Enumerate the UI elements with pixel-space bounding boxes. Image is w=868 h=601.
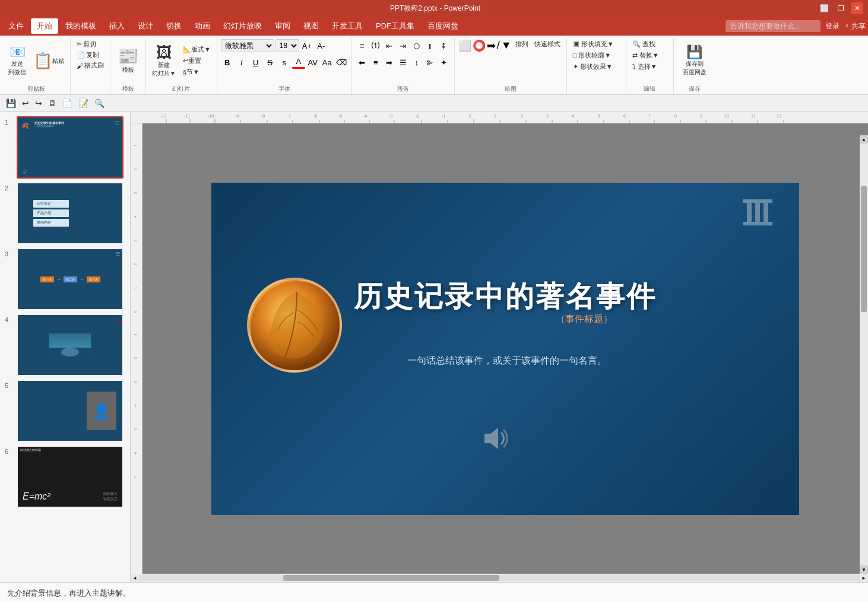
section-button[interactable]: § 节▼ xyxy=(180,67,213,77)
italic-button[interactable]: I xyxy=(235,56,248,69)
font-size-select[interactable]: 18 xyxy=(275,39,299,52)
shadow-button[interactable]: s xyxy=(278,56,291,69)
char-spacing-button[interactable]: AV xyxy=(306,56,319,69)
scroll-h-track[interactable] xyxy=(139,575,860,581)
font-family-select[interactable]: 微软雅黑 xyxy=(221,39,274,52)
scroll-left-button[interactable]: ◄ xyxy=(131,574,139,582)
bullet-list-button[interactable]: ≡ xyxy=(356,39,369,52)
search-input[interactable] xyxy=(726,20,821,32)
line-spacing-button[interactable]: ↕ xyxy=(410,56,423,69)
menu-insert[interactable]: 插入 xyxy=(103,18,131,34)
menu-file[interactable]: 文件 xyxy=(2,18,30,34)
menu-animations[interactable]: 动画 xyxy=(189,18,216,34)
scroll-down-button[interactable]: ▼ xyxy=(860,565,868,574)
shape-rect-button[interactable]: ⬜ xyxy=(458,39,471,52)
menu-design[interactable]: 设计 xyxy=(132,18,159,34)
format-painter-button[interactable]: 🖌格式刷 xyxy=(74,61,106,71)
scroll-v-thumb[interactable] xyxy=(861,186,867,312)
minimize-button[interactable]: ⬜ xyxy=(818,2,830,14)
print-button[interactable]: 📄 xyxy=(61,97,74,109)
scroll-h-thumb[interactable] xyxy=(283,575,499,581)
main-slide[interactable]: 历史记录中的著名事件 （事件标题） 一句话总结该事件，或关于该事件的一句名言。 xyxy=(211,183,799,515)
shape-arrow-button[interactable]: ➡ xyxy=(487,39,496,52)
slide-thumb-2[interactable]: 2 公司简介 产品介绍 举例内容 • xyxy=(5,182,125,244)
close-button[interactable]: ✕ xyxy=(851,2,863,14)
copy-button[interactable]: 📄复制 xyxy=(74,50,102,60)
menu-home[interactable]: 开始 xyxy=(31,18,58,34)
slide-thumb-5[interactable]: 5 👤 xyxy=(5,380,125,442)
reset-button[interactable]: ↩ 重置 xyxy=(180,56,213,66)
start-slideshow-button[interactable]: 🖥 xyxy=(47,97,58,109)
clear-format-button[interactable]: ⌫ xyxy=(335,56,348,69)
menu-view[interactable]: 视图 xyxy=(297,18,325,34)
slide-img-2[interactable]: 公司简介 产品介绍 举例内容 • xyxy=(17,182,123,244)
shape-line-button[interactable]: / xyxy=(497,39,500,52)
cut-button[interactable]: ✂剪切 xyxy=(74,39,99,49)
scroll-v-track[interactable] xyxy=(860,144,868,565)
shape-circle-button[interactable]: ⭕ xyxy=(473,39,486,52)
slide-thumb-6[interactable]: 6 此处插入的标题 E=mc² 此处输入说明文字 xyxy=(5,446,125,508)
scroll-right-button[interactable]: ► xyxy=(860,574,868,582)
paste-button[interactable]: 📋 粘贴 xyxy=(31,50,66,71)
slide-img-4[interactable]: ● xyxy=(17,314,123,376)
strikethrough-button[interactable]: S xyxy=(264,56,277,69)
save-button[interactable]: 💾 xyxy=(5,97,17,109)
font-color-button[interactable]: A xyxy=(292,56,305,69)
shape-effect-button[interactable]: ✦ 形状效果▼ xyxy=(571,62,615,72)
numbered-list-button[interactable]: ⑴ xyxy=(369,39,382,52)
menu-mytemplate[interactable]: 我的模板 xyxy=(59,18,102,34)
template-button[interactable]: 📰 模板 xyxy=(115,47,141,75)
slide-thumb-1[interactable]: 1 🍂 历史记录中的著名事件 一句话总结该事件... 🔊 ☰ xyxy=(5,116,125,179)
select-button[interactable]: ⤵ 选择▼ xyxy=(630,62,660,72)
decrease-indent-button[interactable]: ⇤ xyxy=(383,39,396,52)
scrollbar-horizontal[interactable]: ◄ ► xyxy=(131,574,868,582)
menu-slideshow[interactable]: 幻灯片放映 xyxy=(217,18,268,34)
arrange-button[interactable]: 排列 xyxy=(513,39,531,49)
align-left-button[interactable]: ⬅ xyxy=(356,56,369,69)
justify-button[interactable]: ☰ xyxy=(397,56,410,69)
redo-button[interactable]: ↪ xyxy=(34,97,43,109)
columns-button[interactable]: ⫿ xyxy=(424,39,437,52)
bold-button[interactable]: B xyxy=(221,56,234,69)
maximize-button[interactable]: ❐ xyxy=(835,2,847,14)
increase-font-button[interactable]: A+ xyxy=(300,39,313,52)
decrease-font-button[interactable]: A- xyxy=(315,39,328,52)
slide-img-1[interactable]: 🍂 历史记录中的著名事件 一句话总结该事件... 🔊 ☰ xyxy=(17,116,123,179)
login-button[interactable]: 登录 xyxy=(825,21,840,31)
scrollbar-vertical[interactable]: ▲ ▼ xyxy=(860,135,868,574)
undo-button[interactable]: ↩ xyxy=(21,97,30,109)
send-wechat-button[interactable]: 📧 发送到微信 xyxy=(6,44,28,78)
notes-button[interactable]: 📝 xyxy=(77,97,90,109)
align-right-button[interactable]: ➡ xyxy=(383,56,396,69)
layout-button[interactable]: 📐 版式▼ xyxy=(180,44,213,55)
slide-img-5[interactable]: 👤 xyxy=(17,380,123,442)
column-button[interactable]: ⫸ xyxy=(424,56,437,69)
share-button[interactable]: ♀ 共享 xyxy=(844,21,866,31)
menu-developer[interactable]: 开发工具 xyxy=(326,18,369,34)
slide-img-3[interactable]: 第一步 → 第二步 → 第三步 ☰ xyxy=(17,248,123,310)
text-direction2-button[interactable]: ⭻ xyxy=(438,39,451,52)
new-slide-button[interactable]: 🖼 新建幻灯片▼ xyxy=(150,43,178,79)
shape-outline-button[interactable]: □ 形状轮廓▼ xyxy=(571,50,614,61)
shape-more-button[interactable]: ▼ xyxy=(501,39,512,52)
menu-review[interactable]: 审阅 xyxy=(269,18,296,34)
align-center-button[interactable]: ≡ xyxy=(369,56,382,69)
text-direction-button[interactable]: ⬡ xyxy=(410,39,423,52)
font-size-up2-button[interactable]: Aa xyxy=(321,56,334,69)
quick-style-button[interactable]: 快速样式 xyxy=(532,39,563,49)
underline-button[interactable]: U xyxy=(249,56,262,69)
slide-img-6[interactable]: 此处插入的标题 E=mc² 此处输入说明文字 xyxy=(17,446,123,508)
replace-button[interactable]: ⇄ 替换▼ xyxy=(630,50,661,61)
menu-baidu[interactable]: 百度网盘 xyxy=(422,18,464,34)
find-quick-button[interactable]: 🔍 xyxy=(93,97,106,109)
smartart-button[interactable]: ✦ xyxy=(438,56,451,69)
increase-indent-button[interactable]: ⇥ xyxy=(397,39,410,52)
slide-thumb-4[interactable]: 4 ● xyxy=(5,314,125,376)
menu-pdf[interactable]: PDF工具集 xyxy=(370,18,420,34)
scroll-up-button[interactable]: ▲ xyxy=(860,135,868,144)
save-baidu-button[interactable]: 💾 保存到百度网盘 xyxy=(680,44,709,78)
find-button[interactable]: 🔍 查找 xyxy=(630,39,658,49)
menu-transitions[interactable]: 切换 xyxy=(160,18,188,34)
slide-thumb-3[interactable]: 3 第一步 → 第二步 → 第三步 ☰ xyxy=(5,248,125,310)
shape-fill-button[interactable]: ▣ 形状填充▼ xyxy=(571,39,616,49)
